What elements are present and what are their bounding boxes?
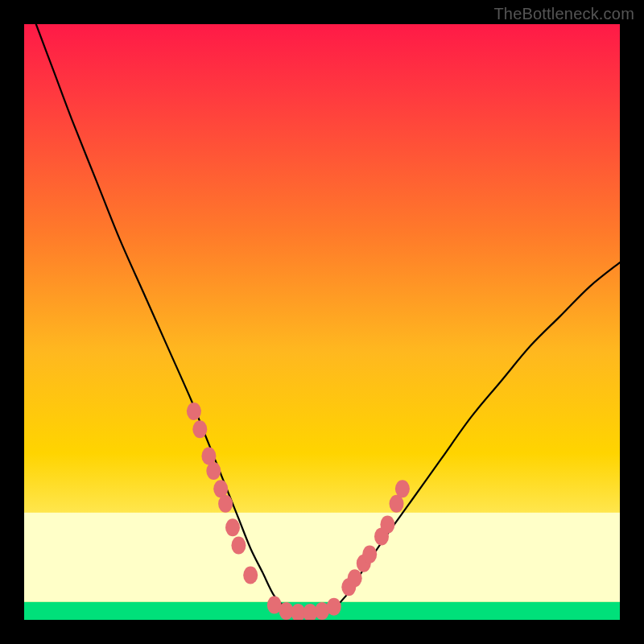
data-point [192,420,207,438]
data-point [362,546,377,564]
plot-area [24,24,620,620]
chart-frame: TheBottleneck.com [0,0,644,644]
data-point [327,598,341,616]
data-point [395,480,410,497]
data-point [225,518,240,536]
data-point [218,495,233,513]
data-point [206,462,221,480]
pale-band [24,513,620,602]
watermark-text: TheBottleneck.com [493,5,634,23]
data-point [243,567,258,584]
data-point [348,569,362,587]
chart-svg [24,24,620,620]
data-point [187,402,201,420]
data-point [380,516,394,534]
data-point [231,537,246,555]
